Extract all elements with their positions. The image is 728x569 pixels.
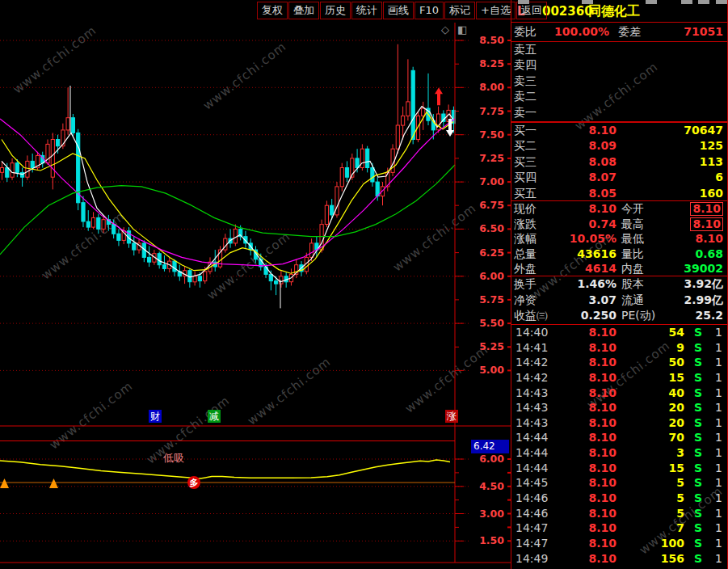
- tick-time: 14:41: [515, 340, 548, 356]
- info-label: 最低: [621, 231, 644, 247]
- tick-count: 1: [715, 325, 722, 340]
- bid-row-1[interactable]: 买一8.1070647: [511, 123, 727, 138]
- tick-row[interactable]: 14:408.1054S1: [511, 325, 727, 340]
- tick-direction: S: [694, 491, 702, 506]
- toolbar-button-9[interactable]: 返回: [516, 2, 547, 19]
- fund-label: 股本: [621, 276, 644, 293]
- fund-row: 收益㈢0.250PE(动)25.2: [511, 308, 727, 324]
- bid-label: 买一: [514, 123, 537, 138]
- tick-row[interactable]: 14:448.1070S1: [511, 430, 727, 445]
- tick-row[interactable]: 14:498.10156S1: [511, 551, 727, 567]
- ask-row-2[interactable]: 卖二: [511, 89, 727, 104]
- tick-direction: S: [694, 370, 702, 386]
- svg-text:7.25: 7.25: [479, 152, 504, 164]
- toolbar-button-7[interactable]: 标记: [444, 2, 475, 19]
- candlestick-chart[interactable]: 8.508.258.007.757.507.257.006.756.506.25…: [0, 0, 511, 569]
- svg-text:4.50: 4.50: [479, 480, 504, 492]
- bid-row-4[interactable]: 买四8.076: [511, 170, 727, 185]
- toolbar-button-3[interactable]: 历史: [320, 2, 351, 19]
- indicator-tag[interactable]: 财: [149, 410, 162, 423]
- info-row: 涨跌0.74最高8.10: [511, 217, 727, 232]
- tick-volume: 3: [676, 445, 684, 461]
- bid-row-2[interactable]: 买二8.09125: [511, 138, 727, 154]
- stock-name[interactable]: 同德化工: [588, 3, 640, 20]
- tick-row[interactable]: 14:478.10100S1: [511, 536, 727, 551]
- indicator-tag[interactable]: 减: [208, 410, 221, 423]
- svg-text:5.50: 5.50: [479, 317, 504, 329]
- tick-time: 14:46: [515, 506, 548, 521]
- info-label: 量比: [621, 247, 644, 262]
- weibi-row: 委比 100.00% 委差 71051: [511, 23, 727, 42]
- tick-volume: 54: [669, 325, 684, 340]
- tick-price: 8.10: [588, 400, 616, 415]
- ask-row-1[interactable]: 卖一: [511, 105, 727, 120]
- tick-volume: 20: [669, 415, 684, 431]
- tick-time: 14:43: [515, 400, 548, 415]
- tick-row[interactable]: 14:428.1015S1: [511, 370, 727, 386]
- tick-time: 14:44: [515, 461, 548, 476]
- svg-text:5.75: 5.75: [479, 293, 504, 306]
- tick-time: 14:46: [515, 491, 548, 506]
- toolbar-button-4[interactable]: 统计: [351, 2, 382, 19]
- svg-text:6.00: 6.00: [479, 453, 504, 465]
- tick-count: 1: [715, 386, 722, 401]
- window-chrome-stub: [646, 0, 657, 4]
- bid-price: 8.09: [588, 138, 616, 154]
- diamond-marker-icon[interactable]: ◇: [441, 23, 449, 36]
- tick-direction: S: [694, 430, 702, 445]
- ask-row-3[interactable]: 卖三: [511, 74, 727, 89]
- tick-price: 8.10: [588, 491, 616, 506]
- panel-toggle-icon[interactable]: ◧: [457, 23, 467, 36]
- fund-label: 流通: [621, 293, 644, 309]
- bid-row-5[interactable]: 买五8.05160: [511, 186, 727, 201]
- toolbar-button-1[interactable]: 复权: [257, 2, 288, 19]
- tick-row[interactable]: 14:428.1050S1: [511, 355, 727, 370]
- tick-time: 14:47: [515, 536, 548, 551]
- fund-value: 0.250: [581, 308, 616, 324]
- bid-row-3[interactable]: 买三8.08113: [511, 154, 727, 170]
- info-label: 涨跌: [514, 217, 537, 232]
- bid-volume: 160: [700, 186, 723, 201]
- tick-volume: 40: [669, 386, 684, 401]
- indicator-signal-label: 低吸: [163, 451, 184, 466]
- svg-text:3.00: 3.00: [479, 508, 504, 520]
- tick-time: 14:45: [515, 475, 548, 491]
- tick-row[interactable]: 14:468.105S1: [511, 491, 727, 506]
- tick-time: 14:44: [515, 430, 548, 445]
- tick-row[interactable]: 14:478.107S1: [511, 521, 727, 536]
- ask-label: 卖一: [514, 105, 537, 120]
- info-label: 最高: [621, 217, 644, 232]
- ask-row-4[interactable]: 卖四: [511, 57, 727, 73]
- tick-volume: 7: [676, 521, 684, 536]
- ask-row-5[interactable]: 卖五: [511, 42, 727, 57]
- tick-row[interactable]: 14:438.1020S1: [511, 400, 727, 415]
- tick-row[interactable]: 14:448.1015S1: [511, 461, 727, 476]
- tick-time: 14:43: [515, 415, 548, 431]
- info-value: 10.05%: [570, 231, 616, 247]
- tick-direction: S: [694, 521, 702, 536]
- indicator-tag[interactable]: 涨: [445, 410, 458, 423]
- tick-price: 8.10: [588, 551, 616, 567]
- toolbar-button-5[interactable]: 画线: [383, 2, 414, 19]
- tick-direction: S: [694, 400, 702, 415]
- bid-volume: 125: [700, 138, 723, 154]
- ask-label: 卖五: [514, 42, 537, 57]
- tick-row[interactable]: 14:508.1050S1: [511, 566, 727, 569]
- svg-text:6.00: 6.00: [479, 270, 504, 282]
- tick-row[interactable]: 14:468.105S1: [511, 506, 727, 521]
- tick-row[interactable]: 14:448.103S1: [511, 445, 727, 461]
- weibi-label: 委比: [514, 23, 537, 41]
- toolbar-button-8[interactable]: +自选: [476, 2, 515, 19]
- tick-count: 1: [715, 521, 722, 536]
- ask-label: 卖四: [514, 57, 537, 73]
- tick-count: 1: [715, 370, 722, 386]
- tick-time: 14:40: [515, 325, 548, 340]
- tick-row[interactable]: 14:418.109S1: [511, 340, 727, 356]
- info-row: 总量43616量比0.68: [511, 247, 727, 262]
- toolbar-button-6[interactable]: F10: [414, 2, 444, 19]
- tick-row[interactable]: 14:438.1020S1: [511, 415, 727, 431]
- toolbar-button-2[interactable]: 叠加: [288, 2, 319, 19]
- tick-row[interactable]: 14:458.105S1: [511, 475, 727, 491]
- stock-code[interactable]: 002360: [542, 4, 593, 19]
- tick-row[interactable]: 14:438.1040S1: [511, 386, 727, 401]
